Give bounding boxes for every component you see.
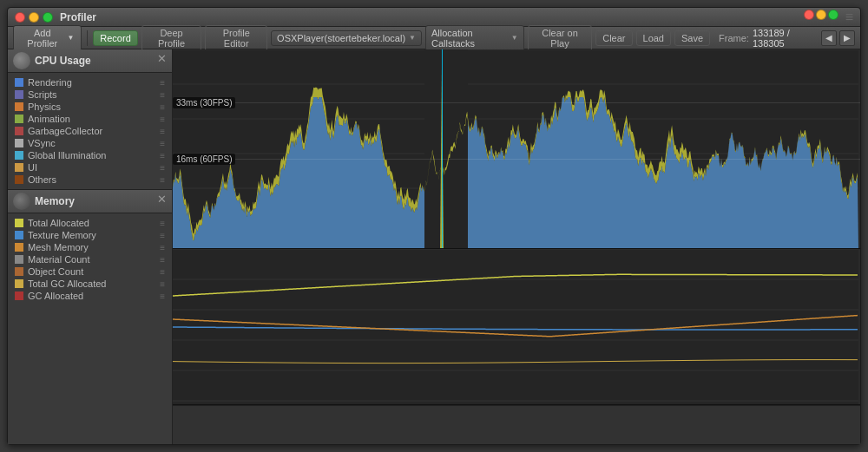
main-content: CPU Usage ✕ Rendering≡Scripts≡Physics≡An… — [8, 49, 860, 444]
load-button[interactable]: Load — [636, 30, 671, 46]
cpu-panel-close[interactable]: ✕ — [157, 53, 167, 64]
legend-label: Total Allocated — [28, 218, 89, 228]
legend-item[interactable]: Global Illumination≡ — [10, 149, 170, 161]
profile-editor-button[interactable]: Profile Editor — [205, 25, 267, 51]
legend-label: Texture Memory — [28, 230, 96, 240]
legend-item[interactable]: Scripts≡ — [10, 88, 170, 101]
close-button[interactable] — [15, 12, 25, 23]
add-profiler-button[interactable]: Add Profiler — [13, 25, 82, 51]
legend-item[interactable]: Total GC Allocated≡ — [10, 278, 170, 290]
legend-item[interactable]: Material Count≡ — [10, 253, 170, 265]
memory-icon — [13, 193, 30, 210]
legend-menu-icon[interactable]: ≡ — [160, 279, 165, 289]
legend-menu-icon[interactable]: ≡ — [160, 267, 165, 277]
toolbar: Add Profiler Record Deep Profile Profile… — [8, 27, 860, 49]
memory-graph[interactable] — [173, 249, 860, 405]
legend-menu-icon[interactable]: ≡ — [160, 127, 165, 136]
allocation-callstacks-dropdown[interactable]: Allocation Callstacks — [425, 25, 524, 51]
legend-label: UI — [28, 162, 37, 173]
memory-panel-close[interactable]: ✕ — [157, 193, 167, 205]
60fps-line — [235, 159, 860, 160]
toolbar-sep-1 — [87, 30, 88, 46]
legend-menu-icon[interactable]: ≡ — [160, 231, 165, 240]
connection-dropdown[interactable]: OSXPlayer(stoertebeker.local) — [271, 30, 422, 46]
30fps-marker: 33ms (30FPS) — [173, 97, 860, 108]
legend-item[interactable]: Physics≡ — [10, 101, 170, 113]
profiler-window: Profiler ≡ Add Profiler Record Deep Prof… — [7, 7, 861, 445]
legend-swatch — [15, 255, 23, 264]
legend-menu-icon[interactable]: ≡ — [160, 102, 165, 112]
legend-swatch — [15, 115, 23, 123]
minimize-button[interactable] — [29, 12, 39, 23]
cpu-graph[interactable]: 33ms (30FPS) 16ms (60FPS) — [173, 49, 860, 249]
clear-on-play-button[interactable]: Clear on Play — [528, 25, 592, 51]
legend-label: GarbageCollector — [28, 126, 102, 136]
legend-item[interactable]: Total Allocated≡ — [10, 217, 170, 229]
legend-swatch — [15, 292, 23, 300]
legend-swatch — [15, 279, 23, 288]
legend-swatch — [15, 78, 23, 87]
30fps-line — [235, 102, 860, 103]
save-button[interactable]: Save — [674, 30, 710, 46]
legend-label: GC Allocated — [28, 291, 83, 301]
legend-item[interactable]: UI≡ — [10, 161, 170, 174]
legend-menu-icon[interactable]: ≡ — [160, 139, 165, 148]
legend-swatch — [15, 267, 23, 276]
legend-item[interactable]: Animation≡ — [10, 113, 170, 125]
graph-area: 33ms (30FPS) 16ms (60FPS) — [173, 49, 860, 444]
legend-item[interactable]: Mesh Memory≡ — [10, 241, 170, 253]
legend-item[interactable]: GC Allocated≡ — [10, 290, 170, 302]
legend-swatch — [15, 231, 23, 239]
legend-label: Rendering — [28, 77, 72, 88]
frame-value: 133189 / 138305 — [753, 28, 816, 49]
sidebar: CPU Usage ✕ Rendering≡Scripts≡Physics≡An… — [8, 49, 173, 444]
legend-item[interactable]: Texture Memory≡ — [10, 229, 170, 241]
window-controls — [15, 12, 53, 23]
legend-item[interactable]: Rendering≡ — [10, 76, 170, 88]
legend-item[interactable]: VSync≡ — [10, 137, 170, 149]
legend-label: Global Illumination — [28, 150, 107, 160]
tb2-green[interactable] — [828, 10, 838, 20]
legend-menu-icon[interactable]: ≡ — [160, 78, 165, 88]
legend-menu-icon[interactable]: ≡ — [160, 255, 165, 265]
clear-button[interactable]: Clear — [595, 30, 632, 46]
options-icon[interactable]: ≡ — [845, 10, 853, 25]
memory-panel-header: Memory ✕ — [8, 190, 172, 213]
legend-label: Object Count — [28, 266, 83, 277]
legend-item[interactable]: GarbageCollector≡ — [10, 125, 170, 137]
prev-frame-button[interactable]: ◀ — [821, 30, 837, 46]
legend-menu-icon[interactable]: ≡ — [160, 151, 165, 160]
legend-label: Material Count — [28, 254, 90, 265]
legend-menu-icon[interactable]: ≡ — [160, 175, 165, 185]
record-button[interactable]: Record — [93, 30, 137, 46]
legend-menu-icon[interactable]: ≡ — [160, 115, 165, 124]
frame-label: Frame: — [719, 33, 749, 43]
legend-menu-icon[interactable]: ≡ — [160, 292, 165, 301]
legend-swatch — [15, 102, 23, 111]
legend-item[interactable]: Others≡ — [10, 174, 170, 186]
legend-menu-icon[interactable]: ≡ — [160, 219, 165, 228]
deep-profile-button[interactable]: Deep Profile — [141, 25, 202, 51]
legend-swatch — [15, 219, 23, 227]
cursor-line — [442, 49, 443, 248]
legend-menu-icon[interactable]: ≡ — [160, 243, 165, 252]
legend-label: Physics — [28, 102, 61, 112]
window-title: Profiler — [60, 11, 96, 23]
60fps-marker: 16ms (60FPS) — [173, 154, 860, 165]
legend-label: VSync — [28, 138, 56, 148]
legend-label: Total GC Allocated — [28, 278, 107, 289]
next-frame-button[interactable]: ▶ — [839, 30, 855, 46]
cpu-section: CPU Usage ✕ Rendering≡Scripts≡Physics≡An… — [8, 49, 172, 190]
legend-label: Mesh Memory — [28, 242, 89, 252]
legend-menu-icon[interactable]: ≡ — [160, 163, 165, 173]
maximize-button[interactable] — [43, 12, 53, 23]
tb2-red[interactable] — [804, 10, 814, 20]
legend-label: Scripts — [28, 89, 57, 100]
legend-swatch — [15, 151, 23, 160]
cpu-panel-header: CPU Usage ✕ — [8, 49, 172, 73]
frame-navigation: ◀ ▶ — [821, 30, 855, 46]
memory-section: Memory ✕ Total Allocated≡Texture Memory≡… — [8, 190, 172, 305]
legend-menu-icon[interactable]: ≡ — [160, 90, 165, 100]
tb2-yellow[interactable] — [816, 10, 826, 20]
legend-item[interactable]: Object Count≡ — [10, 265, 170, 278]
